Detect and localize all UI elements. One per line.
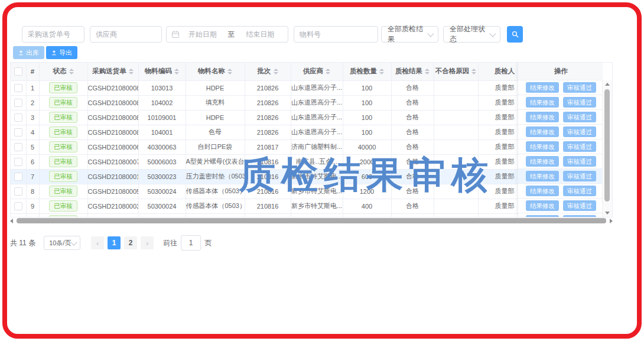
modify-result-button[interactable]: 结果修改 [526, 200, 559, 211]
cell-batch: 210826 [245, 80, 291, 95]
next-page-button[interactable]: › [141, 236, 154, 249]
page-button-2[interactable]: 2 [124, 236, 137, 249]
modify-result-button[interactable]: 结果修改 [526, 82, 559, 93]
approve-button[interactable]: 审核通过 [563, 156, 596, 167]
table-row[interactable]: 8已审核CGSHD2108000550300024传感器本体（0503）2108… [11, 184, 603, 199]
table-row[interactable]: 1已审核CGSHD21080008103013HDPE210826山东道恩高分子… [11, 80, 603, 95]
cell-qc_qty: 2000 [343, 154, 391, 169]
purchase-delivery-no-input[interactable] [22, 26, 84, 43]
goto-page-input[interactable] [181, 235, 201, 251]
sort-carets-icon[interactable] [69, 69, 74, 74]
scrollbar-corner [603, 63, 612, 81]
approve-button[interactable]: 审核通过 [563, 186, 596, 196]
column-header-状态[interactable]: 状态 [39, 63, 87, 80]
modify-result-button[interactable]: 结果修改 [526, 156, 559, 167]
modify-result-button[interactable]: 结果修改 [526, 141, 559, 152]
scroll-up-arrow-icon[interactable] [605, 83, 610, 86]
row-checkbox[interactable] [14, 113, 22, 122]
table-row[interactable]: 9已审核CGSHD2108000350300024传感器本体（0503）2108… [11, 199, 603, 213]
approve-button[interactable]: 审核通过 [563, 141, 596, 152]
qc-result-select[interactable]: 全部质检结果 [381, 26, 438, 43]
row-checkbox[interactable] [14, 187, 22, 196]
approve-button[interactable]: 审核通过 [563, 97, 596, 108]
modify-result-button[interactable]: 结果修改 [526, 126, 559, 137]
material-no-input[interactable] [294, 26, 378, 43]
sort-carets-icon[interactable] [129, 69, 134, 74]
column-header-供应商[interactable]: 供应商 [291, 63, 343, 80]
fixed-operation-column: 操作 结果修改审核通过结果修改审核通过结果修改审核通过结果修改审核通过结果修改审… [518, 63, 604, 217]
table-row[interactable]: 7已审核CGSHD2108000150300023压力盖密封垫（0503）210… [11, 169, 603, 184]
prev-page-button[interactable]: ‹ [91, 236, 104, 249]
modify-result-button[interactable]: 结果修改 [526, 112, 559, 122]
sort-carets-icon[interactable] [425, 69, 430, 74]
row-checkbox[interactable] [14, 99, 22, 107]
cell-material_code: 10109001 [138, 110, 186, 125]
sort-carets-icon[interactable] [174, 69, 179, 74]
cell-material_code: 104001 [138, 125, 186, 139]
stock-out-button[interactable]: 出库 [13, 46, 44, 59]
scroll-left-arrow-icon[interactable] [10, 219, 13, 223]
row-index: 2 [26, 95, 39, 110]
cell-qc_result: 合格 [391, 80, 434, 95]
approve-button[interactable]: 审核通过 [563, 171, 596, 181]
modify-result-button[interactable]: 结果修改 [526, 171, 559, 181]
row-checkbox[interactable] [14, 84, 22, 92]
vertical-scrollbar-thumb[interactable] [604, 89, 610, 202]
scroll-right-arrow-icon[interactable] [610, 219, 613, 223]
scroll-down-arrow-icon[interactable] [605, 212, 610, 215]
column-header-物料名称[interactable]: 物料名称 [186, 63, 245, 80]
export-button[interactable]: 导出 [46, 46, 77, 59]
horizontal-scrollbar[interactable] [10, 218, 613, 224]
status-badge: 已审核 [49, 141, 77, 152]
table-row[interactable]: 6已审核CGSHD2108000750006003A型黄片螺母(仪表台)2108… [11, 154, 603, 169]
page-button-1[interactable]: 1 [108, 236, 121, 249]
table-row[interactable]: 2已审核CGSHD21080008104002填充料210826山东道恩高分子.… [11, 95, 603, 110]
sort-carets-icon[interactable] [379, 69, 384, 74]
vertical-scrollbar[interactable] [602, 80, 612, 217]
process-status-select[interactable]: 全部处理状态 [443, 26, 500, 43]
row-checkbox[interactable] [14, 202, 22, 210]
cell-supplier: 山东道恩高分子... [291, 125, 343, 139]
cell-reject_reason [434, 169, 478, 184]
approve-button[interactable]: 审核通过 [563, 126, 596, 137]
table-row[interactable]: 10已审核CGSHD2108000450000005弹簧（0503）210818… [11, 213, 603, 217]
total-count-label: 共 11 条 [10, 238, 35, 248]
search-button[interactable] [507, 26, 523, 43]
cell-qc_result: 合格 [391, 213, 434, 217]
date-separator: 至 [226, 30, 238, 40]
modify-result-button[interactable]: 结果修改 [526, 97, 559, 108]
row-checkbox[interactable] [14, 158, 22, 166]
row-checkbox[interactable] [14, 173, 22, 181]
horizontal-scrollbar-thumb[interactable] [17, 218, 606, 223]
column-header-质检数量[interactable]: 质检数量 [343, 63, 391, 80]
sort-carets-icon[interactable] [326, 69, 330, 74]
column-header-不合格原因[interactable]: 不合格原因 [434, 63, 478, 80]
modify-result-button[interactable]: 结果修改 [526, 186, 559, 196]
column-header-采购送货单[interactable]: 采购送货单 [87, 63, 138, 80]
modify-result-button[interactable]: 结果修改 [526, 215, 559, 217]
sort-carets-icon[interactable] [227, 69, 232, 74]
approve-button[interactable]: 审核通过 [563, 82, 596, 93]
sort-carets-icon[interactable] [274, 69, 278, 74]
approve-button[interactable]: 审核通过 [563, 112, 596, 122]
column-header-物料编码[interactable]: 物料编码 [138, 63, 186, 80]
download-icon [51, 50, 57, 56]
sort-carets-icon[interactable] [471, 69, 476, 74]
page-size-select[interactable]: 10条/页 [44, 236, 80, 250]
date-range-picker[interactable]: 开始日期 至 结束日期 [166, 26, 288, 43]
operation-row: 结果修改审核通过 [518, 80, 604, 95]
supplier-input[interactable] [90, 26, 162, 43]
table-row[interactable]: 4已审核CGSHD21080008104001色母210826山东道恩高分子..… [11, 125, 603, 139]
column-header-批次[interactable]: 批次 [245, 63, 291, 80]
status-badge: 已审核 [49, 186, 77, 197]
page-size-value: 10条/页 [49, 239, 71, 248]
row-checkbox[interactable] [14, 128, 22, 137]
table-row[interactable]: 5已审核CGSHD2108000640300063自封口PE袋210817济南广… [11, 139, 603, 154]
select-all-checkbox[interactable] [14, 67, 22, 76]
column-header-质检结果[interactable]: 质检结果 [391, 63, 434, 80]
approve-button[interactable]: 审核通过 [563, 200, 596, 211]
row-checkbox[interactable] [14, 143, 22, 151]
table-row[interactable]: 3已审核CGSHD2108000810109001HDPE210826山东道恩高… [11, 110, 603, 125]
row-index: 4 [26, 125, 39, 139]
approve-button[interactable]: 审核通过 [563, 215, 596, 217]
